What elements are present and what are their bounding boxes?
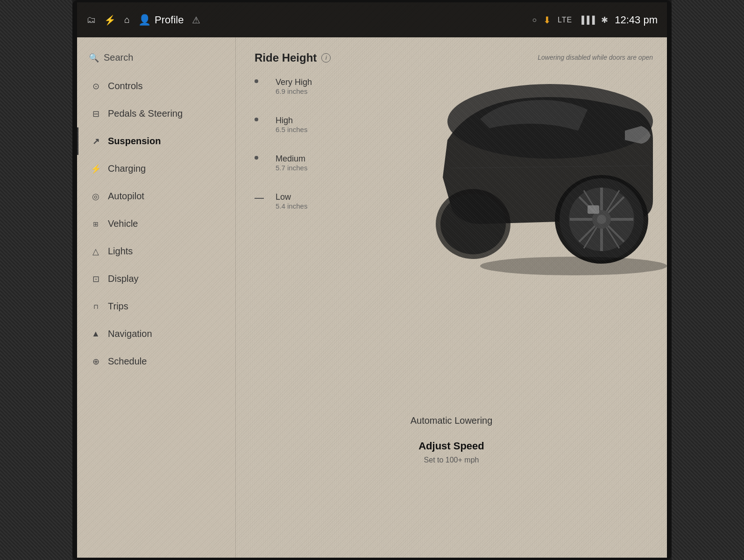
lights-label: Lights (108, 246, 133, 257)
sidebar-item-vehicle[interactable]: ⊞ Vehicle (77, 210, 235, 238)
high-indicator (255, 116, 269, 121)
status-bar: 🗂 ⚡ ⌂ 👤 Profile ⚠ ○ ⬇ LTE ▐▐▐ ✱ 12:43 pm (77, 2, 667, 37)
controls-label: Controls (108, 81, 142, 91)
controls-icon: ⊙ (90, 81, 101, 91)
display-label: Display (108, 273, 139, 284)
lowering-notice: Lowering disabled while doors are open (538, 54, 653, 61)
display-icon: ⊡ (90, 274, 101, 284)
pedals-label: Pedals & Steering (108, 108, 183, 119)
lightning-icon: ⚡ (104, 14, 116, 26)
search-row[interactable]: 🔍 Search (77, 47, 235, 72)
lte-label: LTE (558, 16, 572, 24)
very-high-text: Very High 6.9 inches (276, 77, 312, 95)
high-value: 6.5 inches (276, 126, 307, 133)
sidebar-item-suspension[interactable]: ↗ Suspension (77, 127, 235, 155)
lights-icon: △ (90, 246, 101, 257)
charging-icon: ⚡ (90, 164, 101, 174)
autopilot-label: Autopilot (108, 191, 144, 202)
sidebar-item-display[interactable]: ⊡ Display (77, 265, 235, 293)
search-icon: 🔍 (89, 53, 99, 63)
vehicle-label: Vehicle (108, 218, 138, 229)
high-name: High (276, 116, 307, 126)
adjust-speed-section[interactable]: Adjust Speed Set to 100+ mph (255, 440, 648, 464)
schedule-label: Schedule (108, 356, 147, 367)
auto-lowering-label: Automatic Lowering (255, 415, 648, 426)
sidebar-item-charging[interactable]: ⚡ Charging (77, 155, 235, 182)
medium-value: 5.7 inches (276, 164, 307, 172)
suspension-icon: ↗ (90, 136, 101, 147)
carbon-panel-left (0, 0, 72, 560)
navigation-icon: ▲ (90, 329, 101, 339)
ride-option-very-high[interactable]: Very High 6.9 inches (255, 74, 648, 99)
ride-height-title: Ride Height (255, 51, 317, 64)
alert-icon[interactable]: ⚠ (192, 14, 200, 26)
trips-label: Trips (108, 301, 128, 312)
schedule-icon: ⊕ (90, 357, 101, 367)
very-high-name: Very High (276, 77, 312, 87)
low-value: 5.4 inches (276, 202, 307, 210)
adjust-speed-title: Adjust Speed (255, 440, 648, 452)
profile-icon: 👤 (138, 14, 151, 26)
screen: 🗂 ⚡ ⌂ 👤 Profile ⚠ ○ ⬇ LTE ▐▐▐ ✱ 12:43 pm (77, 2, 667, 558)
navigation-label: Navigation (108, 329, 152, 339)
carbon-panel-right (672, 0, 744, 560)
bluetooth-icon: ✱ (601, 15, 608, 25)
sidebar-item-pedals[interactable]: ⊟ Pedals & Steering (77, 100, 235, 127)
low-indicator (255, 192, 269, 199)
ride-option-low[interactable]: Low 5.4 inches (255, 189, 648, 214)
ride-option-medium[interactable]: Medium 5.7 inches (255, 150, 648, 175)
very-high-dot (255, 79, 258, 83)
sidebar-item-schedule[interactable]: ⊕ Schedule (77, 348, 235, 375)
status-right: ○ ⬇ LTE ▐▐▐ ✱ 12:43 pm (532, 14, 658, 26)
sidebar-item-autopilot[interactable]: ◎ Autopilot (77, 182, 235, 210)
medium-text: Medium 5.7 inches (276, 154, 307, 172)
low-name: Low (276, 192, 307, 202)
ride-option-high[interactable]: High 6.5 inches (255, 112, 648, 137)
main-content: 🔍 Search ⊙ Controls ⊟ Pedals & Steering … (77, 37, 667, 558)
ride-height-section: Ride Height i Lowering disabled while do… (236, 37, 667, 241)
pedals-icon: ⊟ (90, 109, 101, 119)
low-dash (255, 198, 264, 199)
sidebar-item-navigation[interactable]: ▲ Navigation (77, 320, 235, 348)
high-dot (255, 118, 258, 121)
profile-button[interactable]: 👤 Profile (138, 14, 184, 26)
search-label: Search (104, 52, 133, 63)
speed-value: Set to 100+ mph (255, 456, 648, 464)
medium-indicator (255, 154, 269, 160)
sidebar-item-controls[interactable]: ⊙ Controls (77, 72, 235, 100)
sidebar: 🔍 Search ⊙ Controls ⊟ Pedals & Steering … (77, 37, 236, 558)
sidebar-item-lights[interactable]: △ Lights (77, 238, 235, 265)
low-text: Low 5.4 inches (276, 192, 307, 210)
charging-label: Charging (108, 163, 146, 174)
high-text: High 6.5 inches (276, 116, 307, 133)
download-icon: ⬇ (543, 14, 551, 26)
medium-dot (255, 156, 258, 160)
auto-lowering-section: Automatic Lowering Adjust Speed Set to 1… (236, 415, 667, 464)
svg-point-17 (480, 257, 667, 275)
folder-icon[interactable]: 🗂 (86, 14, 96, 25)
home-icon[interactable]: ⌂ (124, 14, 130, 25)
very-high-value: 6.9 inches (276, 87, 312, 95)
time-display: 12:43 pm (615, 14, 658, 26)
trips-icon: ⊓ (90, 303, 101, 310)
circle-icon: ○ (532, 16, 537, 24)
autopilot-icon: ◎ (90, 191, 101, 202)
profile-label: Profile (155, 14, 184, 26)
info-icon[interactable]: i (321, 53, 331, 63)
vehicle-icon: ⊞ (90, 220, 101, 228)
signal-icon: ▐▐▐ (579, 16, 595, 24)
sidebar-item-trips[interactable]: ⊓ Trips (77, 293, 235, 320)
content-panel: Ride Height i Lowering disabled while do… (236, 37, 667, 558)
very-high-indicator (255, 77, 269, 83)
suspension-label: Suspension (108, 136, 161, 147)
ride-options: Very High 6.9 inches High 6.5 inches (255, 74, 648, 214)
medium-name: Medium (276, 154, 307, 164)
screen-bezel: 🗂 ⚡ ⌂ 👤 Profile ⚠ ○ ⬇ LTE ▐▐▐ ✱ 12:43 pm (72, 0, 672, 560)
